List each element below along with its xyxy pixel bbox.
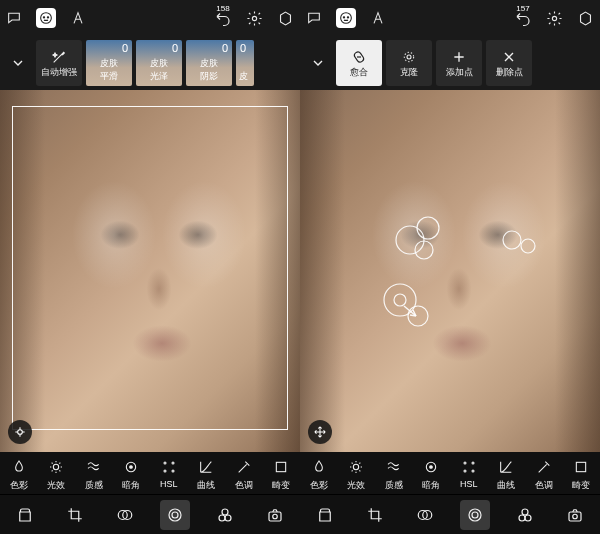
chat-icon[interactable] (6, 10, 22, 26)
tool-vignette[interactable]: 暗角 (113, 458, 151, 492)
tool-tone[interactable]: 色调 (225, 458, 263, 492)
svg-point-22 (341, 13, 352, 24)
tool-texture[interactable]: 质感 (75, 458, 113, 492)
heal-label: 愈合 (350, 68, 368, 77)
text-icon[interactable] (70, 10, 86, 26)
photo-canvas[interactable] (300, 90, 600, 452)
move-button[interactable] (308, 420, 332, 444)
svg-point-49 (522, 509, 528, 515)
nav-crop[interactable] (60, 500, 90, 530)
tool-light[interactable]: 光效 (338, 458, 376, 492)
skin-gloss-label: 皮肤 光泽 (150, 57, 168, 83)
tool-label: 光效 (347, 479, 365, 492)
tool-tone[interactable]: 色调 (525, 458, 563, 492)
tool-color[interactable]: 色彩 (0, 458, 38, 492)
svg-point-50 (519, 515, 525, 521)
tool-distort[interactable]: 畸变 (263, 458, 301, 492)
tool-label: 色彩 (10, 479, 28, 492)
svg-rect-12 (277, 462, 286, 471)
nav-camera[interactable] (260, 500, 290, 530)
auto-enhance-label: 自动增强 (41, 68, 77, 77)
svg-point-34 (384, 284, 416, 316)
photo-canvas[interactable] (0, 90, 300, 452)
dropdown-chevron[interactable] (304, 55, 332, 71)
add-point-label: 添加点 (446, 68, 473, 77)
svg-point-39 (430, 466, 433, 469)
crop-frame[interactable] (12, 106, 288, 430)
remove-point-button[interactable]: 删除点 (486, 40, 532, 86)
svg-point-23 (343, 17, 344, 18)
panel-left: 158 自动增强 0 皮肤 平滑 0 皮肤 光泽 (0, 0, 300, 534)
svg-point-41 (472, 462, 474, 464)
heal-button[interactable]: 愈合 (336, 40, 382, 86)
auto-enhance-button[interactable]: 自动增强 (36, 40, 82, 86)
tool-texture[interactable]: 质感 (375, 458, 413, 492)
svg-point-31 (415, 241, 433, 259)
skin-smooth-label: 皮肤 平滑 (100, 57, 118, 83)
clone-button[interactable]: 克隆 (386, 40, 432, 86)
skin-smooth-value: 0 (122, 42, 128, 54)
tool-label: 畸变 (572, 479, 590, 492)
skin-extra-label: 皮 (239, 70, 248, 83)
svg-rect-20 (269, 512, 281, 521)
undo-count-badge: 157 (516, 4, 529, 13)
tool-curves[interactable]: 曲线 (488, 458, 526, 492)
hex-icon[interactable] (277, 10, 294, 27)
nav-crop[interactable] (360, 500, 390, 530)
tool-label: HSL (460, 479, 478, 489)
svg-point-28 (404, 52, 413, 61)
skin-gloss-card[interactable]: 0 皮肤 光泽 (136, 40, 182, 86)
gear-icon[interactable] (546, 10, 563, 27)
gear-icon[interactable] (246, 10, 263, 27)
add-point-button[interactable]: 添加点 (436, 40, 482, 86)
svg-point-43 (472, 470, 474, 472)
dropdown-chevron[interactable] (4, 55, 32, 71)
tool-curves[interactable]: 曲线 (188, 458, 226, 492)
nav-overlap[interactable] (410, 500, 440, 530)
svg-point-10 (164, 470, 166, 472)
nav-spiral[interactable] (160, 500, 190, 530)
svg-point-35 (394, 294, 406, 306)
nav-camera[interactable] (560, 500, 590, 530)
tool-color[interactable]: 色彩 (300, 458, 338, 492)
tool-strip: 色彩 光效 质感 暗角 HSL 曲线 色调 畸变 (0, 452, 300, 494)
face-icon[interactable] (36, 8, 56, 28)
tool-label: 色调 (235, 479, 253, 492)
target-button[interactable] (8, 420, 32, 444)
tool-vignette[interactable]: 暗角 (413, 458, 451, 492)
text-icon[interactable] (370, 10, 386, 26)
svg-point-40 (464, 462, 466, 464)
skin-extra-card[interactable]: 0 皮 (236, 40, 254, 86)
svg-point-8 (164, 462, 166, 464)
svg-point-9 (172, 462, 174, 464)
tool-label: 色彩 (310, 479, 328, 492)
nav-filters[interactable] (510, 500, 540, 530)
chat-icon[interactable] (306, 10, 322, 26)
svg-point-25 (552, 16, 556, 20)
tool-hsl[interactable]: HSL (450, 458, 488, 492)
topbar: 157 (300, 0, 600, 36)
hex-icon[interactable] (577, 10, 594, 27)
nav-spiral[interactable] (460, 500, 490, 530)
heal-markers (300, 90, 600, 420)
svg-point-3 (252, 16, 256, 20)
tool-hsl[interactable]: HSL (150, 458, 188, 492)
tool-label: 曲线 (197, 479, 215, 492)
svg-point-4 (18, 430, 23, 435)
nav-export[interactable] (310, 500, 340, 530)
tool-light[interactable]: 光效 (38, 458, 76, 492)
nav-filters[interactable] (210, 500, 240, 530)
tool-label: 畸变 (272, 479, 290, 492)
nav-export[interactable] (10, 500, 40, 530)
svg-point-5 (54, 464, 59, 469)
skin-shadow-card[interactable]: 0 皮肤 阴影 (186, 40, 232, 86)
nav-overlap[interactable] (110, 500, 140, 530)
tool-label: 曲线 (497, 479, 515, 492)
tool-distort[interactable]: 畸变 (563, 458, 601, 492)
svg-point-1 (43, 17, 44, 18)
svg-point-47 (469, 509, 481, 521)
panel-right: 157 愈合 克隆 添加点 删除点 (300, 0, 600, 534)
skin-smooth-card[interactable]: 0 皮肤 平滑 (86, 40, 132, 86)
svg-rect-44 (577, 462, 586, 471)
face-icon[interactable] (336, 8, 356, 28)
